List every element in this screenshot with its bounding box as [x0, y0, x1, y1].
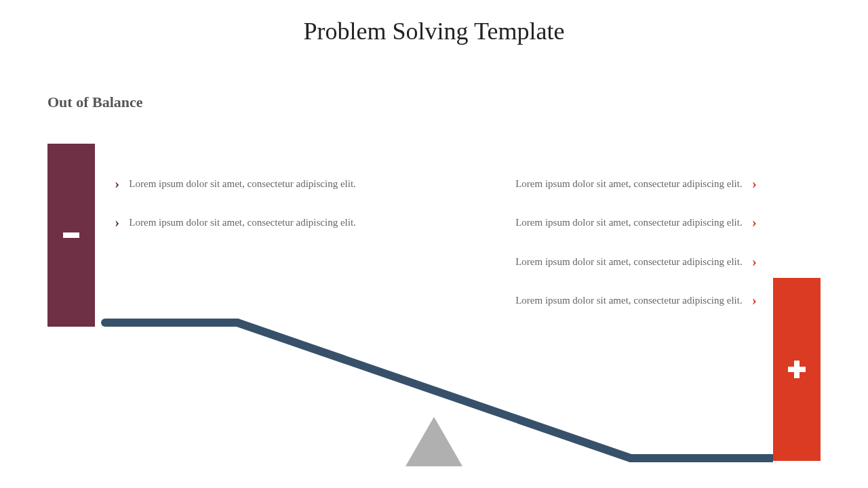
list-item: › Lorem ipsum dolor sit amet, consectetu…: [105, 215, 403, 230]
plus-icon: [788, 361, 806, 378]
negative-list: › Lorem ipsum dolor sit amet, consectetu…: [105, 176, 403, 254]
positive-bar: [773, 278, 821, 461]
chevron-icon: ›: [105, 176, 129, 192]
item-text: Lorem ipsum dolor sit amet, consectetur …: [515, 293, 743, 308]
fulcrum-icon: [406, 417, 462, 466]
chevron-icon: ›: [105, 215, 129, 230]
negative-bar: [47, 144, 95, 327]
chevron-icon: ›: [743, 176, 766, 192]
item-text: Lorem ipsum dolor sit amet, consectetur …: [129, 215, 356, 230]
item-text: Lorem ipsum dolor sit amet, consectetur …: [515, 176, 743, 192]
list-item: › Lorem ipsum dolor sit amet, consectetu…: [468, 176, 766, 192]
item-text: Lorem ipsum dolor sit amet, consectetur …: [515, 254, 743, 270]
list-item: › Lorem ipsum dolor sit amet, consectetu…: [468, 254, 766, 270]
item-text: Lorem ipsum dolor sit amet, consectetur …: [515, 215, 743, 230]
slide: Problem Solving Template Out of Balance …: [0, 0, 868, 488]
slide-subtitle: Out of Balance: [47, 94, 143, 111]
positive-list: › Lorem ipsum dolor sit amet, consectetu…: [468, 176, 766, 331]
chevron-icon: ›: [743, 254, 766, 270]
list-item: › Lorem ipsum dolor sit amet, consectetu…: [468, 293, 766, 308]
beam-tilt: [237, 323, 631, 458]
seesaw-graphic: [95, 319, 773, 481]
list-item: › Lorem ipsum dolor sit amet, consectetu…: [468, 215, 766, 230]
list-item: › Lorem ipsum dolor sit amet, consectetu…: [105, 176, 403, 192]
slide-title: Problem Solving Template: [0, 17, 868, 45]
chevron-icon: ›: [743, 293, 766, 308]
chevron-icon: ›: [743, 215, 766, 230]
item-text: Lorem ipsum dolor sit amet, consectetur …: [129, 176, 356, 192]
minus-icon: [63, 232, 79, 238]
